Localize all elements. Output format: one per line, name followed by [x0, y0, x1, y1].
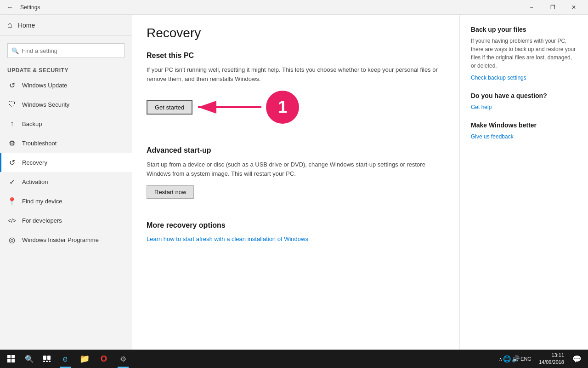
sidebar-label-troubleshoot: Troubleshoot [22, 140, 57, 147]
backup-section: Back up your files If you're having prob… [471, 26, 577, 81]
network-icon: 🌐 [503, 355, 511, 362]
question-section: Do you have a question? Get help [471, 92, 577, 110]
date-display: 14/09/2018 [539, 359, 564, 366]
sidebar-item-windows-update[interactable]: ↺ Windows Update [0, 75, 132, 95]
sidebar-item-windows-insider[interactable]: ◎ Windows Insider Programme [0, 230, 132, 249]
annotation-circle-1: 1 [266, 91, 299, 124]
search-input[interactable] [22, 47, 120, 54]
sidebar-section-label: UPDATE & SECURITY [0, 63, 132, 75]
main-panel: Recovery Reset this PC If your PC isn't … [132, 15, 459, 350]
sidebar-item-home[interactable]: ⌂ Home [0, 15, 132, 36]
svg-rect-9 [46, 361, 48, 362]
get-help-link[interactable]: Get help [471, 104, 492, 110]
taskbar-tray-icons: ∧ 🌐 🔊 ENG [497, 355, 533, 362]
troubleshoot-icon: ⚙ [7, 139, 17, 148]
backup-description: If you're having problems with your PC, … [471, 37, 577, 70]
sidebar-label-recovery: Recovery [22, 159, 47, 166]
maximize-button[interactable]: ❐ [542, 0, 563, 15]
svg-rect-5 [11, 359, 15, 362]
sidebar: ⌂ Home 🔍 UPDATE & SECURITY ↺ Windows Upd… [0, 15, 132, 350]
home-icon: ⌂ [7, 20, 12, 30]
divider-1 [147, 135, 445, 135]
svg-rect-8 [43, 361, 45, 362]
reset-description: If your PC isn't running well, resetting… [147, 65, 445, 83]
sidebar-label-find-my-device: Find my device [22, 198, 62, 205]
sidebar-label-windows-insider: Windows Insider Programme [22, 236, 99, 243]
taskbar-app-explorer[interactable]: 📁 [75, 350, 94, 368]
backup-icon: ↑ [7, 120, 17, 128]
search-box[interactable]: 🔍 [7, 43, 124, 58]
learn-link[interactable]: Learn how to start afresh with a clean i… [147, 236, 308, 242]
task-view-button[interactable] [39, 350, 55, 368]
taskbar-search-button[interactable]: 🔍 [21, 350, 38, 368]
divider-2 [147, 210, 445, 210]
lang-label: ENG [520, 356, 531, 362]
sidebar-item-find-my-device[interactable]: 📍 Find my device [0, 191, 132, 211]
get-started-button[interactable]: Get started [147, 100, 192, 115]
settings-window: ← Settings − ❐ ✕ ⌂ Home 🔍 [0, 0, 588, 350]
svg-rect-7 [47, 356, 51, 360]
sidebar-item-for-developers[interactable]: </> For developers [0, 211, 132, 230]
recovery-icon: ↺ [7, 158, 17, 167]
content-area: ⌂ Home 🔍 UPDATE & SECURITY ↺ Windows Upd… [0, 15, 588, 350]
more-recovery-section: More recovery options Learn how to start… [147, 221, 445, 242]
sidebar-label-activation: Activation [22, 178, 48, 185]
taskbar-app-opera[interactable]: O [95, 350, 113, 368]
sidebar-label-windows-update: Windows Update [22, 82, 67, 89]
insider-icon: ◎ [7, 236, 17, 244]
sidebar-label-backup: Backup [22, 121, 42, 127]
windows-update-icon: ↺ [7, 81, 17, 90]
window-title: Settings [20, 4, 521, 11]
backup-title: Back up your files [471, 26, 577, 33]
windows-security-icon: 🛡 [7, 100, 17, 109]
sidebar-search-area: 🔍 [0, 38, 132, 63]
svg-rect-4 [7, 359, 11, 362]
feedback-title: Make Windows better [471, 121, 577, 129]
taskbar-app-settings[interactable]: ⚙ [114, 350, 132, 368]
taskbar-app-edge[interactable]: e [56, 350, 74, 368]
task-view-icon [43, 356, 51, 362]
chevron-icon[interactable]: ∧ [499, 356, 502, 362]
page-title: Recovery [147, 26, 445, 40]
minimize-button[interactable]: − [521, 0, 542, 15]
svg-rect-3 [11, 355, 15, 358]
svg-rect-10 [49, 361, 51, 362]
taskbar-right: ∧ 🌐 🔊 ENG 13:11 14/09/2018 💬 [493, 350, 588, 368]
sidebar-item-recovery[interactable]: ↺ Recovery [0, 153, 132, 172]
give-feedback-link[interactable]: Give us feedback [471, 133, 514, 140]
title-bar: ← Settings − ❐ ✕ [0, 0, 588, 15]
notification-button[interactable]: 💬 [570, 350, 584, 368]
svg-rect-6 [43, 356, 46, 360]
activation-icon: ✓ [7, 178, 17, 186]
feedback-section: Make Windows better Give us feedback [471, 121, 577, 140]
sidebar-label-for-developers: For developers [22, 217, 62, 224]
search-icon: 🔍 [11, 47, 19, 54]
more-options-title: More recovery options [147, 221, 445, 230]
volume-icon: 🔊 [512, 355, 520, 362]
annotation-area: Get started 1 [147, 91, 445, 124]
check-backup-link[interactable]: Check backup settings [471, 75, 526, 81]
sidebar-item-windows-security[interactable]: 🛡 Windows Security [0, 95, 132, 114]
reset-title: Reset this PC [147, 52, 445, 60]
taskbar: 🔍 e 📁 O ⚙ ∧ 🌐 🔊 ENG 13:11 14 [0, 350, 588, 368]
svg-rect-2 [7, 355, 11, 358]
restart-now-button[interactable]: Restart now [147, 185, 194, 199]
close-button[interactable]: ✕ [563, 0, 584, 15]
sidebar-item-activation[interactable]: ✓ Activation [0, 172, 132, 191]
time-display: 13:11 [539, 352, 564, 359]
sidebar-item-backup[interactable]: ↑ Backup [0, 114, 132, 133]
window-controls: − ❐ ✕ [521, 0, 584, 15]
reset-section: Reset this PC If your PC isn't running w… [147, 52, 445, 124]
advanced-description: Start up from a device or disc (such as … [147, 160, 445, 178]
home-label: Home [18, 22, 35, 29]
annotation-arrow [192, 96, 266, 119]
back-button[interactable]: ← [4, 1, 17, 14]
right-panel: Back up your files If you're having prob… [459, 15, 588, 350]
advanced-startup-section: Advanced start-up Start up from a device… [147, 146, 445, 199]
developers-icon: </> [7, 217, 17, 224]
taskbar-clock[interactable]: 13:11 14/09/2018 [535, 352, 568, 366]
sidebar-item-troubleshoot[interactable]: ⚙ Troubleshoot [0, 133, 132, 153]
taskbar-left: 🔍 e 📁 O ⚙ [0, 350, 134, 368]
find-device-icon: 📍 [7, 197, 17, 206]
start-button[interactable] [2, 350, 20, 368]
